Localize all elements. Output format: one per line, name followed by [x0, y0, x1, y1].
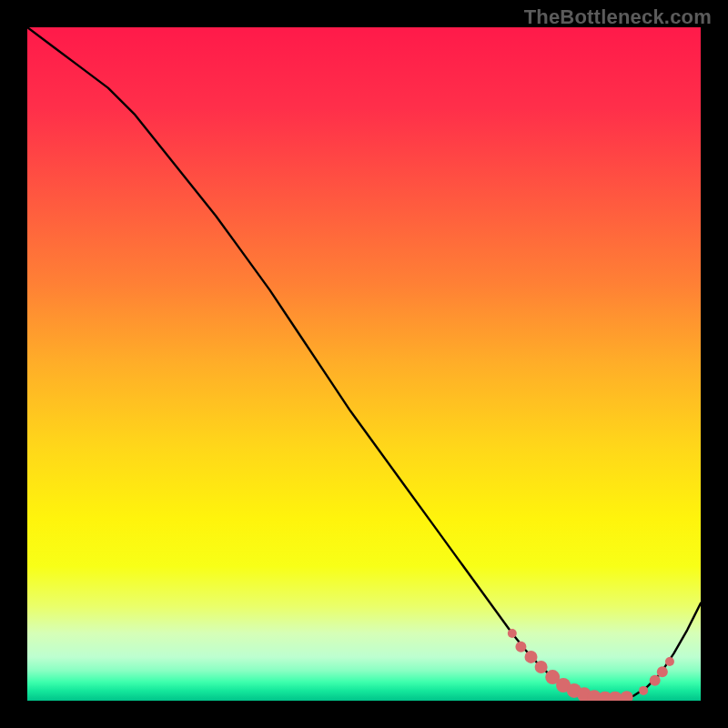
marker-dot — [515, 642, 526, 652]
marker-dot — [535, 661, 548, 673]
plot-area — [27, 27, 701, 701]
marker-dot — [639, 686, 648, 695]
marker-dot — [525, 651, 538, 663]
marker-dot — [650, 675, 661, 686]
chart-container: TheBottleneck.com — [0, 0, 728, 728]
gradient-background — [27, 27, 701, 701]
chart-svg — [27, 27, 701, 701]
marker-dot — [508, 629, 517, 638]
marker-dot — [657, 666, 668, 677]
marker-dot — [665, 657, 674, 666]
watermark-text: TheBottleneck.com — [524, 5, 712, 29]
